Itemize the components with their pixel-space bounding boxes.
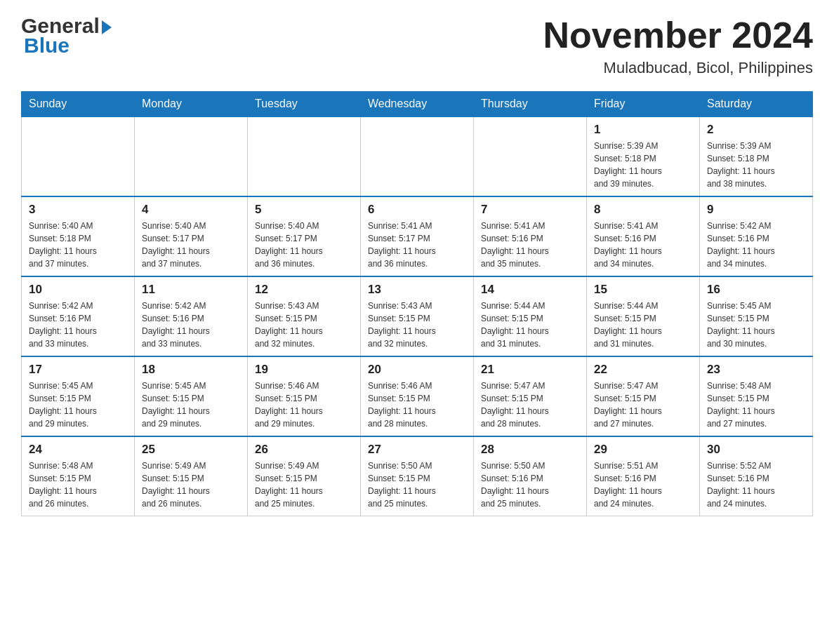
day-info: Sunrise: 5:42 AM Sunset: 5:16 PM Dayligh… bbox=[142, 300, 240, 350]
day-info: Sunrise: 5:39 AM Sunset: 5:18 PM Dayligh… bbox=[707, 140, 805, 190]
calendar-cell: 24Sunrise: 5:48 AM Sunset: 5:15 PM Dayli… bbox=[22, 436, 135, 516]
calendar-cell: 14Sunrise: 5:44 AM Sunset: 5:15 PM Dayli… bbox=[474, 276, 587, 356]
calendar-cell: 25Sunrise: 5:49 AM Sunset: 5:15 PM Dayli… bbox=[135, 436, 248, 516]
day-number: 27 bbox=[368, 443, 466, 457]
month-title: November 2024 bbox=[543, 14, 813, 56]
calendar-cell: 26Sunrise: 5:49 AM Sunset: 5:15 PM Dayli… bbox=[248, 436, 361, 516]
day-number: 11 bbox=[142, 283, 240, 297]
calendar-cell: 5Sunrise: 5:40 AM Sunset: 5:17 PM Daylig… bbox=[248, 196, 361, 276]
day-number: 16 bbox=[707, 283, 805, 297]
day-info: Sunrise: 5:50 AM Sunset: 5:16 PM Dayligh… bbox=[481, 459, 579, 510]
day-number: 22 bbox=[594, 363, 692, 377]
week-row-1: 1Sunrise: 5:39 AM Sunset: 5:18 PM Daylig… bbox=[22, 116, 813, 196]
day-number: 29 bbox=[594, 443, 692, 457]
day-info: Sunrise: 5:49 AM Sunset: 5:15 PM Dayligh… bbox=[142, 459, 240, 510]
day-info: Sunrise: 5:44 AM Sunset: 5:15 PM Dayligh… bbox=[481, 300, 579, 350]
day-number: 7 bbox=[481, 203, 579, 217]
calendar-cell: 27Sunrise: 5:50 AM Sunset: 5:15 PM Dayli… bbox=[361, 436, 474, 516]
day-info: Sunrise: 5:47 AM Sunset: 5:15 PM Dayligh… bbox=[481, 380, 579, 430]
day-info: Sunrise: 5:45 AM Sunset: 5:15 PM Dayligh… bbox=[29, 380, 127, 430]
calendar-header-thursday: Thursday bbox=[474, 92, 587, 117]
calendar-cell bbox=[361, 116, 474, 196]
day-number: 1 bbox=[594, 123, 692, 137]
calendar-header-sunday: Sunday bbox=[22, 92, 135, 117]
location-subtitle: Muladbucad, Bicol, Philippines bbox=[543, 59, 813, 77]
calendar-cell: 19Sunrise: 5:46 AM Sunset: 5:15 PM Dayli… bbox=[248, 356, 361, 436]
calendar-cell: 4Sunrise: 5:40 AM Sunset: 5:17 PM Daylig… bbox=[135, 196, 248, 276]
day-number: 8 bbox=[594, 203, 692, 217]
calendar-cell: 30Sunrise: 5:52 AM Sunset: 5:16 PM Dayli… bbox=[700, 436, 813, 516]
day-info: Sunrise: 5:49 AM Sunset: 5:15 PM Dayligh… bbox=[255, 459, 353, 510]
calendar-header-row: SundayMondayTuesdayWednesdayThursdayFrid… bbox=[22, 92, 813, 117]
day-number: 24 bbox=[29, 443, 127, 457]
logo-triangle-icon bbox=[102, 20, 112, 34]
day-number: 17 bbox=[29, 363, 127, 377]
calendar-header-wednesday: Wednesday bbox=[361, 92, 474, 117]
day-number: 14 bbox=[481, 283, 579, 297]
day-number: 4 bbox=[142, 203, 240, 217]
calendar-cell: 11Sunrise: 5:42 AM Sunset: 5:16 PM Dayli… bbox=[135, 276, 248, 356]
calendar-cell: 6Sunrise: 5:41 AM Sunset: 5:17 PM Daylig… bbox=[361, 196, 474, 276]
day-info: Sunrise: 5:47 AM Sunset: 5:15 PM Dayligh… bbox=[594, 380, 692, 430]
day-info: Sunrise: 5:52 AM Sunset: 5:16 PM Dayligh… bbox=[707, 459, 805, 510]
day-number: 21 bbox=[481, 363, 579, 377]
day-info: Sunrise: 5:42 AM Sunset: 5:16 PM Dayligh… bbox=[29, 300, 127, 350]
calendar-cell: 2Sunrise: 5:39 AM Sunset: 5:18 PM Daylig… bbox=[700, 116, 813, 196]
day-info: Sunrise: 5:41 AM Sunset: 5:16 PM Dayligh… bbox=[481, 220, 579, 270]
day-number: 26 bbox=[255, 443, 353, 457]
calendar-header-friday: Friday bbox=[587, 92, 700, 117]
calendar-header-tuesday: Tuesday bbox=[248, 92, 361, 117]
day-number: 9 bbox=[707, 203, 805, 217]
day-number: 25 bbox=[142, 443, 240, 457]
day-number: 20 bbox=[368, 363, 466, 377]
calendar-table: SundayMondayTuesdayWednesdayThursdayFrid… bbox=[21, 91, 813, 516]
day-number: 10 bbox=[29, 283, 127, 297]
calendar-cell bbox=[248, 116, 361, 196]
week-row-4: 17Sunrise: 5:45 AM Sunset: 5:15 PM Dayli… bbox=[22, 356, 813, 436]
day-number: 13 bbox=[368, 283, 466, 297]
day-info: Sunrise: 5:45 AM Sunset: 5:15 PM Dayligh… bbox=[142, 380, 240, 430]
day-number: 19 bbox=[255, 363, 353, 377]
day-number: 5 bbox=[255, 203, 353, 217]
calendar-cell: 20Sunrise: 5:46 AM Sunset: 5:15 PM Dayli… bbox=[361, 356, 474, 436]
calendar-cell: 7Sunrise: 5:41 AM Sunset: 5:16 PM Daylig… bbox=[474, 196, 587, 276]
calendar-header-monday: Monday bbox=[135, 92, 248, 117]
day-info: Sunrise: 5:39 AM Sunset: 5:18 PM Dayligh… bbox=[594, 140, 692, 190]
calendar-cell: 16Sunrise: 5:45 AM Sunset: 5:15 PM Dayli… bbox=[700, 276, 813, 356]
day-info: Sunrise: 5:50 AM Sunset: 5:15 PM Dayligh… bbox=[368, 459, 466, 510]
day-number: 23 bbox=[707, 363, 805, 377]
day-number: 2 bbox=[707, 123, 805, 137]
calendar-cell: 29Sunrise: 5:51 AM Sunset: 5:16 PM Dayli… bbox=[587, 436, 700, 516]
day-info: Sunrise: 5:48 AM Sunset: 5:15 PM Dayligh… bbox=[29, 459, 127, 510]
calendar-cell: 22Sunrise: 5:47 AM Sunset: 5:15 PM Dayli… bbox=[587, 356, 700, 436]
day-number: 30 bbox=[707, 443, 805, 457]
day-info: Sunrise: 5:40 AM Sunset: 5:17 PM Dayligh… bbox=[255, 220, 353, 270]
day-number: 18 bbox=[142, 363, 240, 377]
day-number: 6 bbox=[368, 203, 466, 217]
day-info: Sunrise: 5:41 AM Sunset: 5:17 PM Dayligh… bbox=[368, 220, 466, 270]
logo: General Blue bbox=[21, 14, 112, 58]
day-info: Sunrise: 5:51 AM Sunset: 5:16 PM Dayligh… bbox=[594, 459, 692, 510]
calendar-cell: 15Sunrise: 5:44 AM Sunset: 5:15 PM Dayli… bbox=[587, 276, 700, 356]
day-info: Sunrise: 5:44 AM Sunset: 5:15 PM Dayligh… bbox=[594, 300, 692, 350]
week-row-5: 24Sunrise: 5:48 AM Sunset: 5:15 PM Dayli… bbox=[22, 436, 813, 516]
week-row-2: 3Sunrise: 5:40 AM Sunset: 5:18 PM Daylig… bbox=[22, 196, 813, 276]
day-info: Sunrise: 5:45 AM Sunset: 5:15 PM Dayligh… bbox=[707, 300, 805, 350]
day-info: Sunrise: 5:41 AM Sunset: 5:16 PM Dayligh… bbox=[594, 220, 692, 270]
logo-blue-text: Blue bbox=[21, 34, 70, 58]
calendar-cell bbox=[135, 116, 248, 196]
week-row-3: 10Sunrise: 5:42 AM Sunset: 5:16 PM Dayli… bbox=[22, 276, 813, 356]
calendar-cell bbox=[22, 116, 135, 196]
day-info: Sunrise: 5:42 AM Sunset: 5:16 PM Dayligh… bbox=[707, 220, 805, 270]
day-info: Sunrise: 5:46 AM Sunset: 5:15 PM Dayligh… bbox=[368, 380, 466, 430]
calendar-cell: 21Sunrise: 5:47 AM Sunset: 5:15 PM Dayli… bbox=[474, 356, 587, 436]
calendar-header-saturday: Saturday bbox=[700, 92, 813, 117]
day-info: Sunrise: 5:48 AM Sunset: 5:15 PM Dayligh… bbox=[707, 380, 805, 430]
day-info: Sunrise: 5:46 AM Sunset: 5:15 PM Dayligh… bbox=[255, 380, 353, 430]
calendar-cell: 17Sunrise: 5:45 AM Sunset: 5:15 PM Dayli… bbox=[22, 356, 135, 436]
day-number: 3 bbox=[29, 203, 127, 217]
calendar-cell: 3Sunrise: 5:40 AM Sunset: 5:18 PM Daylig… bbox=[22, 196, 135, 276]
calendar-cell: 8Sunrise: 5:41 AM Sunset: 5:16 PM Daylig… bbox=[587, 196, 700, 276]
calendar-cell: 28Sunrise: 5:50 AM Sunset: 5:16 PM Dayli… bbox=[474, 436, 587, 516]
day-info: Sunrise: 5:43 AM Sunset: 5:15 PM Dayligh… bbox=[368, 300, 466, 350]
